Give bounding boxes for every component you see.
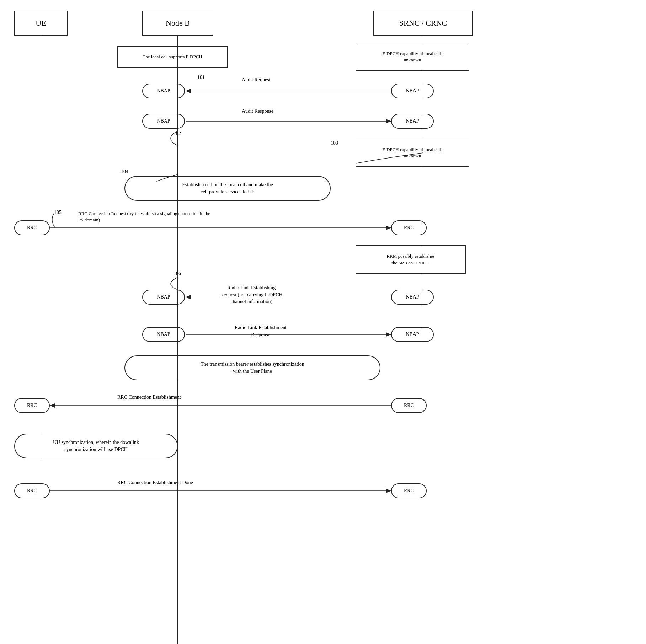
uu-sync-box: UU synchronization, wherein the downlink… <box>14 434 178 458</box>
nbap-nodeb-2: NBAP <box>142 114 185 129</box>
nbap-srnc-1: NBAP <box>391 84 434 98</box>
rrc-srnc-3: RRC <box>391 483 427 498</box>
svg-marker-14 <box>50 403 55 408</box>
svg-marker-16 <box>386 489 391 493</box>
transmission-bearer-box: The transmission bearer establishes sync… <box>124 355 380 380</box>
rrc-connection-establishment-label: RRC Connection Establishment <box>117 395 181 400</box>
rrc-ue-3: RRC <box>14 483 50 498</box>
rrc-connection-establishment-done-label: RRC Connection Establishment Done <box>117 480 193 485</box>
local-cell-supports-note: The local cell supports F-DPCH <box>117 46 228 68</box>
rrc-srnc-2: RRC <box>391 398 427 413</box>
step-102-label: 102 <box>173 131 181 136</box>
nbap-srnc-4: NBAP <box>391 327 434 342</box>
fdpch-capability-note1: F-DPCH capability of local cell:unknown <box>356 43 469 71</box>
nbap-nodeb-3: NBAP <box>142 290 185 305</box>
step-106-label: 106 <box>173 271 181 277</box>
rrc-srnc-1: RRC <box>391 220 427 235</box>
ue-entity: UE <box>14 11 68 36</box>
nodeb-entity: Node B <box>142 11 213 36</box>
audit-request-label: Audit Request <box>242 77 271 83</box>
svg-marker-8 <box>386 226 391 230</box>
arrows-svg <box>0 0 646 644</box>
svg-marker-6 <box>386 119 391 123</box>
srnc-entity: SRNC / CRNC <box>373 11 473 36</box>
nbap-srnc-2: NBAP <box>391 114 434 129</box>
fdpch-capability-note2: F-DPCH capability of local cell:unknown <box>356 139 469 167</box>
step-103-label: 103 <box>331 140 338 146</box>
step-101-label: 101 <box>197 75 205 80</box>
nbap-nodeb-1: NBAP <box>142 84 185 98</box>
step-105-label: 105 <box>54 210 62 215</box>
rrc-ue-1: RRC <box>14 220 50 235</box>
sequence-diagram: UE Node B SRNC / CRNC The local cell sup… <box>0 0 646 644</box>
svg-marker-12 <box>386 332 391 337</box>
svg-marker-4 <box>186 89 191 93</box>
svg-marker-10 <box>186 295 191 299</box>
radio-link-est-resp-label: Radio Link EstablishmentResponse <box>235 324 287 338</box>
radio-link-est-req-label: Radio Link EstablishingRequest (not carr… <box>220 284 283 305</box>
establish-cell-box: Establish a cell on the local cell and m… <box>124 176 331 201</box>
nbap-nodeb-4: NBAP <box>142 327 185 342</box>
step-104-label: 104 <box>121 169 128 175</box>
nbap-srnc-3: NBAP <box>391 290 434 305</box>
rrm-note: RRM possibly establishesthe SRB on DPDCH <box>356 245 466 274</box>
audit-response-label: Audit Response <box>242 108 273 114</box>
rrc-ue-2: RRC <box>14 398 50 413</box>
rrc-connection-request-label: RRC Connection Request (try to establish… <box>78 210 210 223</box>
